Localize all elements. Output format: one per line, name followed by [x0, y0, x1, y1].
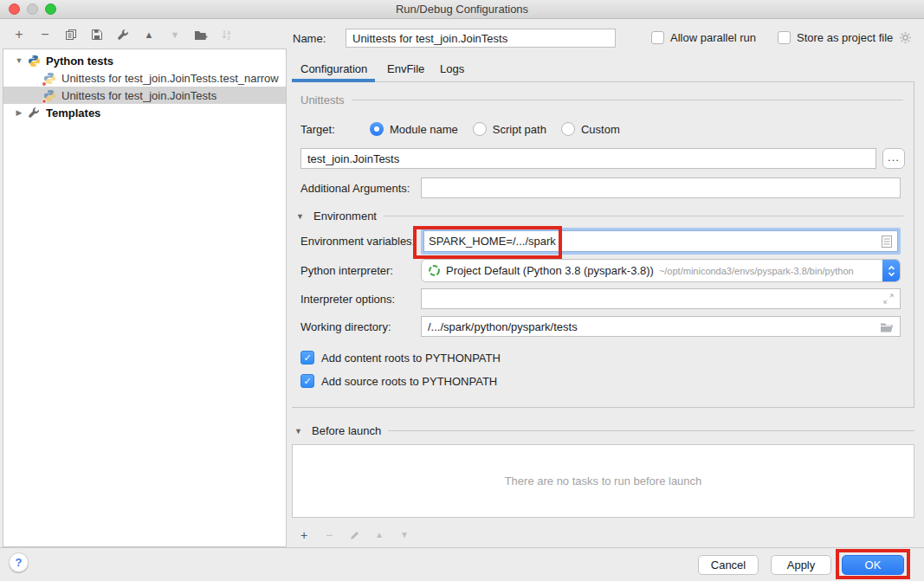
edit-templates-icon[interactable] — [116, 28, 130, 42]
add-content-roots-label: Add content roots to PYTHONPATH — [321, 352, 501, 365]
before-launch-section-title: Before launch — [312, 424, 381, 437]
collapse-environment-icon[interactable]: ▼ — [296, 212, 307, 221]
add-configuration-icon[interactable]: + — [12, 28, 26, 42]
tree-item-templates[interactable]: ▶ Templates — [3, 104, 286, 121]
window-title: Run/Debug Configurations — [0, 0, 924, 18]
tab-logs[interactable]: Logs — [440, 62, 464, 75]
apply-button[interactable]: Apply — [771, 555, 831, 575]
checkbox-unchecked-icon[interactable] — [651, 31, 664, 44]
target-field-row: test_join.JoinTests ... — [300, 148, 905, 169]
close-window-button[interactable] — [9, 3, 20, 15]
interpreter-options-row: Interpreter options: — [300, 288, 901, 309]
run-debug-configurations-dialog: Run/Debug Configurations + − ▲ ▼ az ▼ Py — [0, 0, 924, 581]
radio-unselected-icon[interactable] — [473, 122, 487, 136]
edit-task-icon — [347, 528, 361, 542]
footer-divider — [0, 547, 924, 548]
collapse-before-launch-icon[interactable]: ▼ — [294, 427, 305, 436]
radio-unselected-icon[interactable] — [561, 122, 575, 136]
additional-arguments-input[interactable] — [421, 178, 901, 198]
move-up-icon[interactable]: ▲ — [142, 28, 156, 42]
conda-environment-icon — [428, 264, 441, 277]
svg-text:z: z — [228, 35, 230, 41]
add-source-roots-label: Add source roots to PYTHONPATH — [321, 375, 497, 388]
checkbox-checked-icon[interactable]: ✓ — [300, 351, 314, 365]
edit-environment-variables-icon[interactable] — [881, 235, 893, 249]
wrench-icon — [28, 107, 42, 119]
expand-triangle-icon[interactable]: ▼ — [12, 56, 26, 65]
save-configuration-icon[interactable] — [90, 28, 104, 42]
name-input[interactable]: Unittests for test_join.JoinTests — [346, 29, 616, 48]
before-launch-task-list: There are no tasks to run before launch — [292, 444, 914, 518]
additional-arguments-label: Additional Arguments: — [300, 182, 421, 195]
store-as-project-file-checkbox[interactable]: Store as project file — [778, 30, 912, 44]
titlebar: Run/Debug Configurations — [0, 0, 924, 19]
target-value: test_join.JoinTests — [307, 152, 399, 165]
additional-arguments-row: Additional Arguments: — [300, 178, 901, 198]
tab-configuration[interactable]: Configuration — [300, 62, 367, 75]
tree-item-test-narrow[interactable]: Unittests for test_join.JoinTests.test_n… — [3, 69, 286, 87]
tree-item-label: Unittests for test_join.JoinTests — [61, 89, 216, 102]
python-test-icon — [43, 72, 57, 85]
before-launch-toolbar: + − ▲ ▼ — [297, 528, 411, 542]
allow-parallel-run-checkbox[interactable]: Allow parallel run — [651, 30, 756, 44]
add-content-roots-checkbox[interactable]: ✓ Add content roots to PYTHONPATH — [300, 351, 501, 365]
add-source-roots-checkbox[interactable]: ✓ Add source roots to PYTHONPATH — [300, 374, 497, 388]
python-interpreter-value: Project Default (Python 3.8 (pyspark-3.8… — [446, 264, 654, 277]
help-button[interactable]: ? — [9, 552, 29, 572]
dropdown-spinner-icon[interactable] — [882, 259, 900, 282]
radio-module-name-label: Module name — [390, 123, 458, 136]
copy-configuration-icon[interactable] — [64, 28, 78, 42]
section-divider — [388, 430, 914, 431]
radio-selected-icon[interactable] — [370, 122, 384, 136]
environment-variables-value: SPARK_HOME=/.../spark — [429, 235, 556, 248]
before-launch-empty-message: There are no tasks to run before launch — [505, 474, 702, 487]
radio-module-name[interactable]: Module name — [370, 122, 458, 136]
tree-item-python-tests[interactable]: ▼ Python tests — [3, 52, 286, 69]
radio-script-path-label: Script path — [493, 123, 546, 136]
test-badge-icon — [42, 99, 47, 104]
working-directory-label: Working directory: — [300, 320, 421, 333]
move-task-down-icon: ▼ — [397, 528, 411, 542]
minimize-window-button — [27, 3, 38, 15]
zoom-window-button[interactable] — [45, 3, 56, 15]
environment-section-header[interactable]: ▼ Environment — [296, 210, 903, 223]
working-directory-row: Working directory: /.../spark/python/pys… — [300, 316, 901, 337]
tab-envfile[interactable]: EnvFile — [387, 62, 424, 75]
browse-folder-icon[interactable] — [880, 321, 894, 332]
radio-script-path[interactable]: Script path — [473, 122, 546, 136]
ok-button[interactable]: OK — [842, 555, 904, 575]
create-folder-icon[interactable] — [194, 28, 208, 42]
radio-custom[interactable]: Custom — [561, 122, 620, 136]
tree-item-label: Python tests — [46, 55, 113, 68]
before-launch-section-header[interactable]: ▼ Before launch — [294, 424, 914, 437]
store-options-gear-icon[interactable] — [899, 31, 912, 44]
move-down-icon: ▼ — [168, 28, 182, 42]
cancel-button[interactable]: Cancel — [698, 555, 759, 575]
move-task-up-icon: ▲ — [372, 528, 386, 542]
add-task-icon[interactable]: + — [297, 528, 311, 542]
tree-item-jointests-selected[interactable]: Unittests for test_join.JoinTests — [3, 87, 286, 104]
unittests-section: Unittests — [300, 94, 903, 107]
interpreter-options-input[interactable] — [421, 288, 901, 309]
name-label: Name: — [293, 32, 326, 45]
section-divider — [352, 100, 903, 100]
remove-task-icon: − — [322, 528, 336, 542]
name-value: Unittests for test_join.JoinTests — [352, 32, 507, 45]
collapse-triangle-icon[interactable]: ▶ — [12, 108, 26, 117]
configuration-pane: Unittests Target: Module name Script pat… — [292, 82, 914, 408]
environment-variables-input-focused[interactable]: SPARK_HOME=/.../spark — [421, 228, 901, 255]
checkbox-unchecked-icon[interactable] — [778, 31, 791, 44]
python-interpreter-path: ~/opt/miniconda3/envs/pyspark-3.8/bin/py… — [659, 266, 882, 276]
environment-variables-row: Environment variables: SPARK_HOME=/.../s… — [300, 228, 901, 255]
working-directory-input[interactable]: /.../spark/python/pyspark/tests — [421, 316, 901, 337]
store-as-project-file-label: Store as project file — [797, 31, 893, 44]
section-divider — [384, 216, 903, 216]
expand-field-icon[interactable] — [883, 294, 894, 304]
target-input[interactable]: test_join.JoinTests — [300, 148, 876, 169]
python-interpreter-select[interactable]: Project Default (Python 3.8 (pyspark-3.8… — [421, 259, 901, 282]
environment-variables-label: Environment variables: — [300, 235, 421, 248]
checkbox-checked-icon[interactable]: ✓ — [300, 374, 314, 388]
remove-configuration-icon[interactable]: − — [38, 28, 52, 42]
target-label: Target: — [300, 123, 370, 136]
browse-target-button[interactable]: ... — [882, 148, 905, 169]
